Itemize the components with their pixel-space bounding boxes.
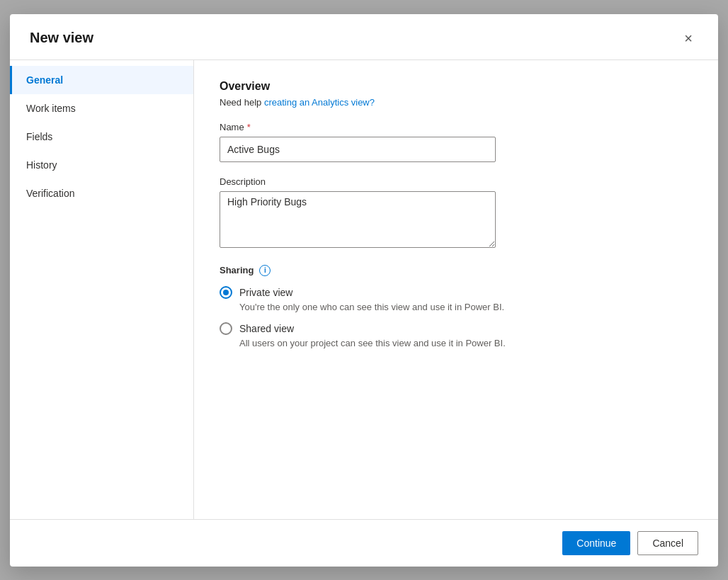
continue-button[interactable]: Continue <box>562 531 630 555</box>
dialog-body: General Work items Fields History Verifi… <box>10 60 718 519</box>
private-view-option: Private view You're the only one who can… <box>220 286 693 312</box>
help-link[interactable]: creating an Analytics view? <box>264 97 375 108</box>
help-text: Need help creating an Analytics view? <box>220 97 693 108</box>
sidebar-item-verification[interactable]: Verification <box>10 179 193 207</box>
private-view-radio[interactable] <box>220 286 232 299</box>
sidebar: General Work items Fields History Verifi… <box>10 60 194 519</box>
name-input[interactable] <box>220 137 496 162</box>
sidebar-item-fields[interactable]: Fields <box>10 123 193 151</box>
cancel-button[interactable]: Cancel <box>637 531 698 555</box>
shared-view-option: Shared view All users on your project ca… <box>220 322 693 348</box>
name-field-group: Name * <box>220 122 693 162</box>
sidebar-item-history[interactable]: History <box>10 151 193 179</box>
overview-title: Overview <box>220 80 693 93</box>
description-label: Description <box>220 176 693 187</box>
dialog-footer: Continue Cancel <box>10 519 718 567</box>
sidebar-item-work-items[interactable]: Work items <box>10 94 193 123</box>
shared-view-desc: All users on your project can see this v… <box>239 338 693 348</box>
sidebar-item-general[interactable]: General <box>10 66 193 94</box>
description-input[interactable] <box>220 191 496 248</box>
info-icon: i <box>259 265 271 276</box>
required-star: * <box>247 122 251 132</box>
radio-dot <box>223 290 229 295</box>
private-view-label: Private view <box>239 287 292 298</box>
dialog-header: New view × <box>10 14 718 60</box>
shared-view-radio[interactable] <box>220 322 232 335</box>
close-button[interactable]: × <box>678 28 698 48</box>
shared-view-label: Shared view <box>239 323 294 334</box>
private-view-desc: You're the only one who can see this vie… <box>239 302 693 312</box>
dialog-title: New view <box>30 30 93 46</box>
main-content: Overview Need help creating an Analytics… <box>194 60 718 519</box>
description-field-group: Description <box>220 176 693 251</box>
name-label: Name * <box>220 122 693 132</box>
new-view-dialog: New view × General Work items Fields His… <box>10 14 718 567</box>
sharing-label-row: Sharing i <box>220 265 693 276</box>
sharing-section: Sharing i Private view You're the only o… <box>220 265 693 348</box>
sharing-title: Sharing <box>220 265 254 275</box>
